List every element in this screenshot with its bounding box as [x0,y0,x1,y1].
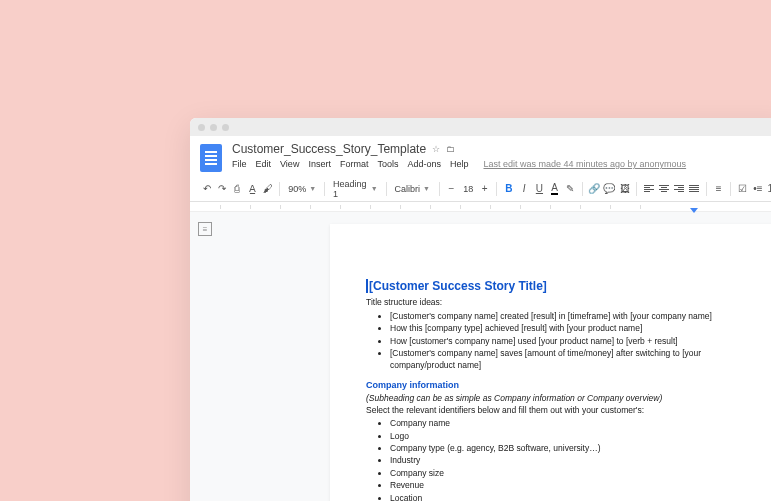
checklist-icon[interactable]: ☑ [736,181,749,197]
separator [730,182,731,196]
document-title[interactable]: Customer_Success_Story_Template [232,142,426,156]
list-item: [Customer's company name] saves [amount … [390,348,754,371]
indent-marker-icon[interactable] [690,208,698,213]
align-right-icon[interactable] [673,181,686,197]
menu-addons[interactable]: Add-ons [407,159,441,169]
ruler [190,202,771,212]
document-page[interactable]: [Customer Success Story Title] Title str… [330,224,771,501]
underline-button[interactable]: U [533,181,546,197]
list-item: Industry [390,455,754,466]
align-justify-icon[interactable] [688,181,701,197]
title-ideas-list: [Customer's company name] created [resul… [390,311,754,371]
bold-button[interactable]: B [502,181,515,197]
separator [706,182,707,196]
list-item: Revenue [390,480,754,491]
zoom-select[interactable]: 90%▼ [285,184,319,194]
maximize-dot[interactable] [222,124,229,131]
title-ideas-label: Title structure ideas: [366,297,754,308]
workspace: ≡ [Customer Success Story Title] Title s… [190,212,771,501]
menu-insert[interactable]: Insert [308,159,331,169]
insert-link-icon[interactable]: 🔗 [587,181,600,197]
list-item: [Customer's company name] created [resul… [390,311,754,322]
company-list: Company name Logo Company type (e.g. age… [390,418,754,501]
doc-header: Customer_Success_Story_Template ☆ 🗀 File… [190,136,771,172]
font-size-minus[interactable]: − [445,181,458,197]
list-item: How this [company type] achieved [result… [390,323,754,334]
menu-view[interactable]: View [280,159,299,169]
list-item: Company type (e.g. agency, B2B software,… [390,443,754,454]
style-select[interactable]: Heading 1▼ [330,179,381,199]
spellcheck-icon[interactable]: A̲ [246,181,259,197]
star-icon[interactable]: ☆ [432,144,440,154]
bullet-list-icon[interactable]: •≡ [751,181,764,197]
outline-panel: ≡ [190,212,220,501]
docs-logo-icon[interactable] [200,144,222,172]
menu-file[interactable]: File [232,159,247,169]
undo-icon[interactable]: ↶ [200,181,213,197]
toolbar: ↶ ↷ ⎙ A̲ 🖌 90%▼ Heading 1▼ Calibri▼ − 18… [190,176,771,202]
font-size-plus[interactable]: + [478,181,491,197]
close-dot[interactable] [198,124,205,131]
menu-edit[interactable]: Edit [256,159,272,169]
list-item: Company name [390,418,754,429]
company-heading: Company information [366,379,754,391]
menubar: File Edit View Insert Format Tools Add-o… [232,159,686,169]
menu-help[interactable]: Help [450,159,469,169]
text-color-button[interactable]: A [548,181,561,197]
line-spacing-icon[interactable]: ≡ [712,181,725,197]
minimize-dot[interactable] [210,124,217,131]
paint-format-icon[interactable]: 🖌 [261,181,274,197]
font-select[interactable]: Calibri▼ [392,184,435,194]
zoom-value: 90% [288,184,306,194]
separator [439,182,440,196]
size-value: 18 [463,184,473,194]
separator [279,182,280,196]
company-subheading: (Subheading can be as simple as Company … [366,393,754,404]
list-item: Location [390,493,754,501]
app-window: Customer_Success_Story_Template ☆ 🗀 File… [190,118,771,501]
list-item: Logo [390,431,754,442]
last-edit-link[interactable]: Last edit was made 44 minutes ago by ano… [483,159,686,169]
redo-icon[interactable]: ↷ [215,181,228,197]
company-instruction: Select the relevant identifiers below an… [366,405,754,416]
italic-button[interactable]: I [518,181,531,197]
outline-toggle-icon[interactable]: ≡ [198,222,212,236]
separator [386,182,387,196]
print-icon[interactable]: ⎙ [231,181,244,197]
separator [582,182,583,196]
font-size-input[interactable]: 18 [460,184,476,194]
highlight-button[interactable]: ✎ [563,181,576,197]
separator [324,182,325,196]
font-value: Calibri [395,184,421,194]
number-list-icon[interactable]: 1≡ [767,181,771,197]
list-item: Company size [390,468,754,479]
menu-format[interactable]: Format [340,159,369,169]
doc-heading-1: [Customer Success Story Title] [366,278,754,294]
separator [636,182,637,196]
style-value: Heading 1 [333,179,368,199]
align-left-icon[interactable] [642,181,655,197]
separator [496,182,497,196]
list-item: How [customer's company name] used [your… [390,336,754,347]
align-center-icon[interactable] [657,181,670,197]
comment-icon[interactable]: 💬 [603,181,616,197]
insert-image-icon[interactable]: 🖼 [618,181,631,197]
menu-tools[interactable]: Tools [377,159,398,169]
window-titlebar [190,118,771,136]
move-folder-icon[interactable]: 🗀 [446,144,455,154]
